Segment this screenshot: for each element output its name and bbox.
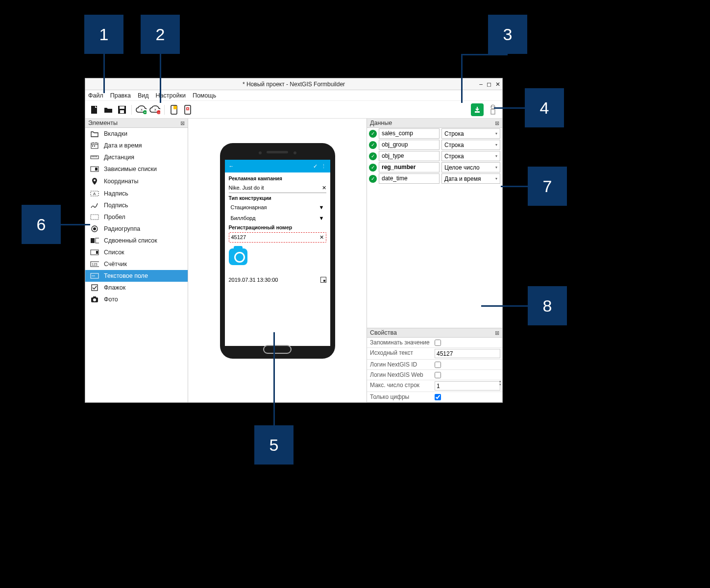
check-icon[interactable]: ✓	[313, 163, 318, 169]
data-row[interactable]: ✓obj_typeСтрока▾	[367, 150, 502, 162]
data-field-name[interactable]: sales_comp	[379, 128, 440, 139]
save-icon[interactable]	[117, 104, 127, 115]
callout-2: 2	[141, 15, 180, 54]
element-label: Текстовое поле	[104, 272, 148, 279]
element-item-ruler[interactable]: Дистанция	[85, 151, 188, 163]
phone-frame: ← ✓ ⋮ Рекламная кампания Nike. Just do i…	[220, 143, 335, 359]
form-select-board[interactable]: Биллборд▼	[229, 214, 326, 222]
element-item-radio[interactable]: Радиогруппа	[85, 223, 188, 235]
window-title: * Новый проект - NextGIS Formbuilder	[243, 81, 345, 88]
element-label: Подпись	[104, 202, 128, 209]
data-row[interactable]: ✓reg_numberЦелое число▾	[367, 162, 502, 173]
svg-text:123: 123	[92, 263, 98, 266]
element-label: Флажок	[104, 284, 125, 291]
menu-help[interactable]: Помощь	[193, 92, 216, 99]
close-button[interactable]: ✕	[495, 81, 500, 88]
data-field-type[interactable]: Строка▾	[441, 140, 500, 150]
data-panel-title: Данные	[370, 120, 392, 126]
properties-panel-title: Свойства	[370, 329, 397, 336]
pin-icon	[90, 177, 99, 185]
more-icon[interactable]: ⋮	[321, 163, 326, 169]
dropdown-icon: ▼	[319, 215, 324, 221]
element-item-calendar[interactable]: Дата и время	[85, 140, 188, 151]
check-icon	[90, 284, 99, 291]
data-field-name[interactable]: date_time	[379, 173, 440, 184]
data-row[interactable]: ✓sales_compСтрока▾	[367, 128, 502, 139]
prop-loginweb-checkbox[interactable]	[435, 372, 441, 378]
data-panel-close-icon[interactable]: ⊠	[495, 120, 499, 126]
menu-edit[interactable]: Правка	[110, 92, 131, 99]
element-item-counter[interactable]: 123Счётчик	[85, 258, 188, 270]
prop-loginweb-label: Логин NextGIS Web	[367, 370, 433, 380]
cloud-remove-icon[interactable]: x–	[149, 104, 160, 115]
data-row[interactable]: ✓obj_groupСтрока▾	[367, 139, 502, 150]
new-file-icon[interactable]	[89, 104, 100, 115]
form-canvas[interactable]: ← ✓ ⋮ Рекламная кампания Nike. Just do i…	[188, 119, 367, 402]
robot-icon[interactable]	[488, 104, 498, 115]
form-input-campaign[interactable]: Nike. Just do it✕	[229, 183, 326, 193]
form-label-type: Тип конструкции	[229, 195, 326, 201]
form-input-regnum[interactable]: 45127✕	[229, 232, 326, 243]
prop-loginid-checkbox[interactable]	[435, 362, 441, 368]
properties-panel-close-icon[interactable]: ⊠	[495, 330, 499, 336]
menu-file[interactable]: Файл	[88, 92, 103, 99]
data-field-name[interactable]: obj_group	[379, 140, 440, 150]
prop-maxlines-input[interactable]	[435, 381, 500, 391]
element-label: Надпись	[104, 190, 128, 197]
form-datetime[interactable]: 2019.07.31 13:30:00	[229, 275, 326, 285]
mobile-delete-icon[interactable]	[182, 104, 193, 115]
svg-rect-46	[92, 285, 98, 291]
cloud-add-icon[interactable]: x+	[136, 104, 147, 115]
element-item-space[interactable]: Пробел	[85, 211, 188, 223]
open-folder-icon[interactable]	[103, 104, 114, 115]
mobile-edit-icon[interactable]	[169, 104, 179, 115]
elements-panel-close-icon[interactable]: ⊠	[180, 120, 185, 126]
svg-rect-24	[94, 146, 95, 147]
data-row[interactable]: ✓date_timeДата и время▾	[367, 173, 502, 184]
data-field-name[interactable]: obj_type	[379, 151, 440, 161]
svg-rect-25	[91, 156, 98, 159]
element-item-duallist[interactable]: Сдвоенный список	[85, 235, 188, 246]
form-select-structure[interactable]: Стационарная▼	[229, 203, 326, 212]
element-item-sign[interactable]: Подпись	[85, 199, 188, 211]
svg-point-32	[94, 179, 96, 181]
svg-rect-31	[95, 168, 98, 171]
prop-inittext-input[interactable]	[435, 349, 500, 358]
data-field-type[interactable]: Строка▾	[441, 128, 500, 139]
element-item-pin[interactable]: Координаты	[85, 175, 188, 188]
prop-remember-checkbox[interactable]	[435, 340, 441, 346]
back-icon[interactable]: ←	[229, 163, 234, 169]
prop-remember-label: Запоминать значение	[367, 338, 433, 347]
element-item-deplist[interactable]: Зависимые списки	[85, 163, 188, 175]
element-item-text[interactable]: Текстовое поле	[85, 270, 188, 282]
download-button[interactable]	[471, 103, 484, 116]
svg-rect-3	[120, 110, 124, 113]
dropdown-icon: ▾	[495, 143, 497, 147]
minimize-button[interactable]: –	[479, 81, 483, 88]
element-item-photo[interactable]: Фото	[85, 294, 188, 305]
data-field-type[interactable]: Дата и время▾	[441, 173, 500, 184]
data-field-name[interactable]: reg_number	[379, 162, 440, 172]
calendar-icon	[90, 142, 99, 149]
element-item-list[interactable]: Список	[85, 246, 188, 258]
dropdown-icon: ▾	[495, 131, 497, 136]
prop-digits-label: Только цифры	[367, 392, 433, 402]
clear-icon[interactable]: ✕	[322, 185, 326, 191]
prop-digits-checkbox[interactable]	[435, 394, 441, 400]
toolbar: x+ x–	[85, 101, 502, 119]
maximize-button[interactable]: ◻	[487, 81, 491, 88]
element-item-label[interactable]: AНадпись	[85, 188, 188, 199]
svg-point-37	[93, 227, 96, 230]
element-item-folder[interactable]: Вкладки	[85, 128, 188, 140]
svg-rect-14	[475, 111, 480, 113]
element-label: Зависимые списки	[104, 166, 157, 172]
data-field-type[interactable]: Целое число▾	[441, 162, 500, 172]
clear-icon[interactable]: ✕	[319, 234, 324, 241]
data-field-type[interactable]: Строка▾	[441, 151, 500, 161]
camera-icon[interactable]	[229, 248, 247, 265]
prop-loginid-label: Логин NextGIS ID	[367, 360, 433, 369]
element-label: Радиогруппа	[104, 225, 140, 232]
menu-view[interactable]: Вид	[138, 92, 149, 99]
element-item-check[interactable]: Флажок	[85, 282, 188, 294]
element-label: Пробел	[104, 214, 125, 220]
